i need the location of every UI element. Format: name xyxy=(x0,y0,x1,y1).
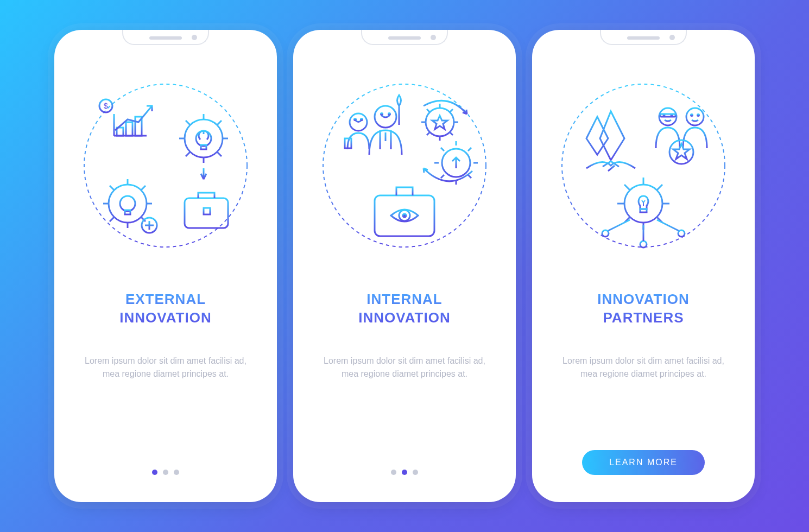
svg-point-6 xyxy=(185,119,223,157)
svg-text:$: $ xyxy=(104,102,108,110)
phone-camera xyxy=(192,35,197,40)
svg-point-22 xyxy=(389,113,390,115)
svg-rect-13 xyxy=(185,198,228,228)
page-dot-1[interactable] xyxy=(152,470,157,475)
svg-point-17 xyxy=(355,119,356,121)
screen-title: INTERNAL INNOVATION xyxy=(304,290,505,327)
phone-speaker xyxy=(149,36,182,40)
onboarding-screen-2: INTERNAL INNOVATION Lorem ipsum dolor si… xyxy=(293,30,516,502)
page-dot-1[interactable] xyxy=(391,470,396,475)
svg-point-10 xyxy=(120,196,135,211)
svg-point-41 xyxy=(678,230,685,237)
onboarding-screen-1: $ xyxy=(54,30,277,502)
phone-camera xyxy=(431,35,436,40)
svg-point-9 xyxy=(109,185,147,223)
svg-point-40 xyxy=(640,241,647,248)
svg-point-21 xyxy=(381,113,383,115)
svg-point-32 xyxy=(671,115,672,116)
svg-point-31 xyxy=(663,115,665,116)
onboarding-screen-3: INNOVATION PARTNERS Lorem ipsum dolor si… xyxy=(532,30,755,502)
screen-description: Lorem ipsum dolor sit dim amet facilisi … xyxy=(543,354,744,381)
svg-rect-30 xyxy=(660,114,675,117)
phone-speaker xyxy=(388,36,421,40)
svg-point-34 xyxy=(691,115,693,116)
phone-camera xyxy=(669,35,675,40)
svg-point-0 xyxy=(84,84,247,247)
svg-point-35 xyxy=(698,115,699,116)
screen-title: INNOVATION PARTNERS xyxy=(543,290,744,327)
page-dot-2[interactable] xyxy=(402,470,407,475)
svg-point-33 xyxy=(686,108,704,125)
svg-rect-38 xyxy=(640,209,647,212)
screen-title: EXTERNAL INNOVATION xyxy=(65,290,266,327)
page-dot-2[interactable] xyxy=(163,470,168,475)
external-innovation-illustration: $ xyxy=(65,57,266,274)
svg-rect-4 xyxy=(126,122,132,136)
innovation-partners-illustration xyxy=(543,57,744,274)
page-indicator xyxy=(65,470,266,475)
svg-rect-11 xyxy=(125,210,130,214)
svg-rect-8 xyxy=(201,145,206,149)
learn-more-button[interactable]: LEARN MORE xyxy=(582,450,705,475)
screen-description: Lorem ipsum dolor sit dim amet facilisi … xyxy=(304,354,505,381)
page-dot-3[interactable] xyxy=(174,470,179,475)
page-dot-3[interactable] xyxy=(413,470,418,475)
screen-description: Lorem ipsum dolor sit dim amet facilisi … xyxy=(65,354,266,381)
phone-speaker xyxy=(627,36,660,40)
internal-innovation-illustration xyxy=(304,57,505,274)
svg-point-27 xyxy=(403,214,406,217)
svg-point-39 xyxy=(602,230,609,237)
svg-point-18 xyxy=(361,119,363,121)
page-indicator xyxy=(304,470,505,475)
